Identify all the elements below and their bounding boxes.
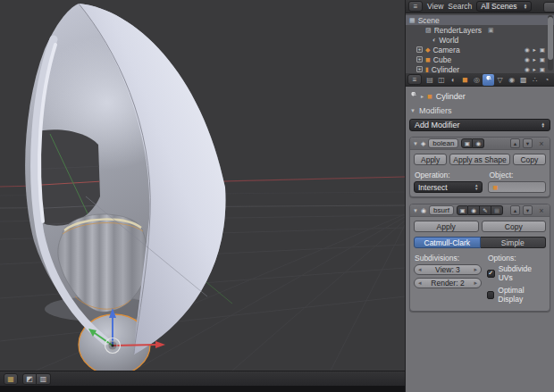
cursor-icon[interactable]: ▸ bbox=[533, 66, 536, 73]
eye-icon: ◉ bbox=[476, 140, 482, 147]
outliner-row-world[interactable]: ◐ World bbox=[406, 35, 554, 45]
outliner-label: World bbox=[439, 36, 458, 45]
object-icon: ◼ bbox=[462, 76, 468, 84]
render-visibility-toggle[interactable]: ▣ bbox=[457, 205, 468, 215]
move-up-button[interactable]: ▲ bbox=[510, 205, 520, 215]
3d-view-icon: ▦ bbox=[7, 375, 14, 383]
chevron-updown-icon: ▲▼ bbox=[474, 184, 478, 190]
outliner-header: ≡ View Search All Scenes ▲▼ bbox=[406, 0, 554, 13]
right-panel: ≡ View Search All Scenes ▲▼ ▦ Scene ▨ Re… bbox=[405, 0, 554, 392]
render-restrict-icon[interactable]: ▣ bbox=[540, 46, 545, 54]
shading-icon: ◩ bbox=[26, 375, 33, 383]
outliner-row-renderlayers[interactable]: ▨ RenderLayers ▣ bbox=[406, 25, 554, 35]
breadcrumb: ▸ ◼ Cylinder bbox=[409, 90, 550, 102]
apply-button[interactable]: Apply bbox=[414, 221, 479, 232]
tab-scene[interactable]: ◫ bbox=[436, 74, 447, 86]
world-icon: ◐ bbox=[451, 76, 456, 84]
render-restrict-icon[interactable]: ▣ bbox=[540, 66, 545, 73]
viewport-visibility-toggle[interactable]: ◉ bbox=[473, 138, 484, 148]
delete-modifier-button[interactable]: × bbox=[536, 138, 547, 148]
cursor-icon[interactable]: ▸ bbox=[533, 46, 536, 54]
outliner-search-button[interactable] bbox=[543, 2, 554, 13]
stepper-left-icon[interactable]: ◂ bbox=[418, 266, 422, 273]
apply-button[interactable]: Apply bbox=[414, 154, 447, 165]
subsurf-modifier-panel: ▼ ◉ bsurf ▣ ◉ ✎ ▦ ▲ ▼ × bbox=[409, 204, 550, 312]
tab-world[interactable]: ◐ bbox=[448, 74, 458, 86]
tab-material[interactable]: ◉ bbox=[507, 74, 517, 86]
editor-type-button[interactable]: ▦ bbox=[4, 373, 18, 385]
eye-icon[interactable]: ◉ bbox=[525, 46, 530, 54]
tab-constraints[interactable]: ◎ bbox=[471, 74, 482, 86]
expand-plus-icon[interactable]: + bbox=[416, 56, 423, 63]
renderlayer-badge-icon: ▣ bbox=[488, 27, 494, 33]
window-bottom-strip bbox=[0, 386, 405, 392]
render-subdivisions-stepper[interactable]: ◂ Render: 2 ▸ bbox=[414, 278, 482, 288]
eye-icon[interactable]: ◉ bbox=[525, 66, 530, 73]
modifiers-panel-header[interactable]: ▼ Modifiers bbox=[410, 104, 550, 116]
tab-render[interactable]: ▤ bbox=[424, 74, 435, 86]
viewport-toggle-2-button[interactable]: ▥ bbox=[37, 373, 51, 385]
search-menu[interactable]: Search bbox=[448, 2, 472, 11]
collapse-triangle-icon[interactable]: ▼ bbox=[413, 141, 418, 146]
move-down-button[interactable]: ▼ bbox=[523, 205, 533, 215]
object-picker-field[interactable]: ◼ bbox=[488, 181, 546, 193]
view-menu[interactable]: View bbox=[427, 2, 443, 11]
view-subdivisions-stepper[interactable]: ◂ View: 3 ▸ bbox=[414, 264, 482, 275]
apply-as-shape-button[interactable]: Apply as Shape bbox=[449, 154, 510, 165]
tab-texture[interactable]: ▩ bbox=[518, 74, 529, 86]
stepper-left-icon[interactable]: ◂ bbox=[418, 279, 422, 287]
render-restrict-icon[interactable]: ▣ bbox=[540, 56, 545, 63]
outliner-row-cylinder[interactable]: + ▮ Cylinder ◉ ▸ ▣ bbox=[406, 64, 554, 73]
outliner-scrollbar[interactable] bbox=[548, 15, 553, 71]
scrollbar-thumb[interactable] bbox=[548, 17, 553, 60]
stepper-right-icon[interactable]: ▸ bbox=[474, 266, 477, 273]
tab-modifiers[interactable] bbox=[483, 74, 493, 86]
viewport-visibility-toggle[interactable]: ◉ bbox=[468, 205, 480, 215]
blender-window: ▦ ◩ ▥ ≡ View Search All Scenes ▲▼ ▦ bbox=[0, 0, 554, 392]
viewport-toggle-1-button[interactable]: ◩ bbox=[22, 373, 37, 385]
cage-toggle[interactable]: ▦ bbox=[491, 205, 503, 215]
outliner-row-camera[interactable]: + ◆ Camera ◉ ▸ ▣ bbox=[406, 45, 554, 54]
stepper-right-icon[interactable]: ▸ bbox=[474, 279, 477, 287]
eye-icon[interactable]: ◉ bbox=[525, 56, 530, 63]
particles-icon: ∴ bbox=[533, 76, 537, 84]
delete-modifier-button[interactable]: × bbox=[536, 205, 547, 215]
restrict-toggles: ◉ ▸ ▣ bbox=[525, 56, 545, 63]
tab-object[interactable]: ◼ bbox=[459, 74, 470, 86]
camera-icon: ▣ bbox=[465, 140, 470, 147]
collapse-triangle-icon[interactable]: ▼ bbox=[413, 208, 418, 213]
tab-physics[interactable]: ◔ bbox=[541, 74, 552, 86]
operation-select[interactable]: Intersect ▲▼ bbox=[414, 181, 483, 193]
simple-option[interactable]: Simple bbox=[481, 237, 547, 248]
catmull-clark-option[interactable]: Catmull-Clark bbox=[414, 237, 481, 248]
optimal-display-label: Optimal Display bbox=[498, 286, 546, 304]
tab-particles[interactable]: ∴ bbox=[530, 74, 541, 86]
outliner-row-scene[interactable]: ▦ Scene bbox=[406, 15, 554, 25]
outliner-label: RenderLayers bbox=[434, 26, 482, 35]
3d-viewport[interactable] bbox=[0, 0, 405, 371]
copy-button[interactable]: Copy bbox=[513, 154, 546, 165]
add-modifier-dropdown[interactable]: Add Modifier ▲▼ bbox=[409, 119, 550, 131]
move-up-button[interactable]: ▲ bbox=[510, 138, 520, 148]
camera-icon: ▣ bbox=[459, 207, 465, 214]
viewport-scene bbox=[0, 0, 405, 371]
cursor-icon[interactable]: ▸ bbox=[533, 56, 536, 63]
render-visibility-toggle[interactable]: ▣ bbox=[461, 138, 473, 148]
subdivide-uvs-checkbox[interactable]: ✓ bbox=[487, 270, 495, 278]
move-down-button[interactable]: ▼ bbox=[523, 138, 533, 148]
outliner-scope-select[interactable]: All Scenes ▲▼ bbox=[476, 1, 532, 12]
modifier-name-field[interactable]: bolean bbox=[428, 138, 458, 148]
expand-plus-icon[interactable]: + bbox=[416, 66, 423, 72]
modifier-name-field[interactable]: bsurf bbox=[429, 205, 454, 215]
edit-icon: ✎ bbox=[483, 207, 487, 214]
copy-button[interactable]: Copy bbox=[482, 221, 547, 232]
subdivisions-label: Subdivisions: bbox=[415, 254, 482, 263]
breadcrumb-object-name[interactable]: Cylinder bbox=[436, 92, 466, 101]
expand-plus-icon[interactable]: + bbox=[416, 46, 423, 53]
tab-object-data[interactable]: ▽ bbox=[495, 74, 506, 86]
outliner-row-cube[interactable]: + ◼ Cube ◉ ▸ ▣ bbox=[406, 54, 554, 64]
outliner-editor-type-button[interactable]: ≡ bbox=[408, 1, 423, 12]
edit-mode-toggle[interactable]: ✎ bbox=[480, 205, 491, 215]
properties-editor-type-button[interactable]: ≡ bbox=[407, 74, 422, 85]
optimal-display-checkbox[interactable] bbox=[487, 291, 494, 299]
